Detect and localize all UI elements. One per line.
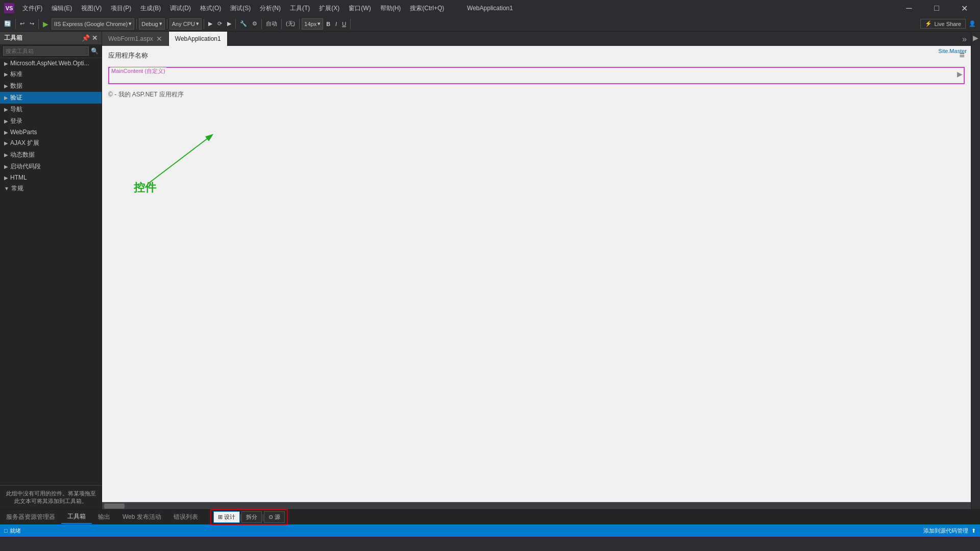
toolbar-refresh[interactable]: ⟳ xyxy=(215,19,224,28)
toolbox-pin-icon[interactable]: 📌 xyxy=(82,34,90,42)
split-view-button[interactable]: 拆分 xyxy=(241,511,262,523)
toolbox-item-label-7: AJAX 扩展 xyxy=(10,139,39,147)
source-control-icon[interactable]: ⬆ xyxy=(971,528,976,534)
status-left: □ 就绪 xyxy=(4,527,21,535)
toolbox-panel: 工具箱 📌 ✕ 🔍 ▶ Microsoft.AspNet.Web.Opti...… xyxy=(0,32,102,509)
tab-webform1-close[interactable]: ✕ xyxy=(156,35,162,43)
toolbox-item-label-2: 数据 xyxy=(10,82,22,90)
horizontal-scrollbar[interactable] xyxy=(102,502,971,509)
toolbar-bold[interactable]: B xyxy=(324,20,332,28)
site-master-link[interactable]: Site.Master xyxy=(938,48,967,54)
toolbar-person[interactable]: 👤 xyxy=(967,19,978,28)
vs-logo: VS xyxy=(4,3,14,13)
toolbox-item-3[interactable]: ▶ 验证 xyxy=(0,92,102,104)
tab-webform1[interactable]: WebForm1.aspx ✕ xyxy=(102,32,169,46)
bottom-tab-output[interactable]: 输出 xyxy=(92,511,116,523)
design-icon: ⊞ xyxy=(218,514,223,520)
tab-more-button[interactable]: » xyxy=(958,33,971,46)
bottom-tab-toolbox[interactable]: 工具箱 xyxy=(61,510,92,524)
right-panel: ▶ xyxy=(971,32,980,509)
toolbox-item-10[interactable]: ▶ HTML xyxy=(0,172,102,183)
design-canvas[interactable]: Site.Master 应用程序名称 ≡ MainContent (自定义) ▶… xyxy=(102,46,971,502)
toolbox-item-6[interactable]: ▶ WebParts xyxy=(0,127,102,137)
toolbar-italic[interactable]: I xyxy=(333,20,339,28)
right-panel-toggle[interactable]: ▶ xyxy=(973,32,978,44)
toolbar-play3[interactable]: ▶ xyxy=(225,19,233,28)
toolbox-title: 工具箱 xyxy=(4,34,22,42)
platform-arrow: ▾ xyxy=(196,20,199,27)
live-share-button[interactable]: ⚡ Live Share xyxy=(920,19,966,29)
toolbar-redo[interactable]: ↪ xyxy=(28,19,36,28)
design-label: 设计 xyxy=(224,513,235,521)
restore-button[interactable]: □ xyxy=(925,0,948,16)
ready-label: 就绪 xyxy=(10,527,21,535)
ready-icon: □ xyxy=(4,528,8,534)
font-size-dropdown[interactable]: 14px ▾ xyxy=(302,18,323,30)
toolbox-item-8[interactable]: ▶ 动态数据 xyxy=(0,149,102,161)
menu-debug[interactable]: 调试(D) xyxy=(166,2,195,15)
toolbox-item-1[interactable]: ▶ 标准 xyxy=(0,68,102,80)
bottom-tab-error-list[interactable]: 错误列表 xyxy=(167,511,204,523)
menu-analyze[interactable]: 分析(N) xyxy=(256,2,285,15)
menu-build[interactable]: 生成(B) xyxy=(136,2,165,15)
menu-view[interactable]: 视图(V) xyxy=(77,2,106,15)
toolbar-run[interactable]: ▶ xyxy=(41,19,51,29)
menu-project[interactable]: 项目(P) xyxy=(107,2,135,15)
toolbar-underline[interactable]: U xyxy=(340,20,348,28)
menu-help[interactable]: 帮助(H) xyxy=(376,2,405,15)
menu-test[interactable]: 测试(S) xyxy=(226,2,255,15)
toolbox-item-9[interactable]: ▶ 启动代码段 xyxy=(0,161,102,172)
toolbox-item-4[interactable]: ▶ 导航 xyxy=(0,104,102,115)
view-buttons-group: ⊞ 设计 | 拆分 | ⊙ 源 xyxy=(210,509,288,525)
search-icon[interactable]: 🔍 xyxy=(91,47,99,55)
toolbox-item-11[interactable]: ▼ 常规 xyxy=(0,183,102,194)
toolbox-item-label-1: 标准 xyxy=(10,70,22,79)
build-config-dropdown[interactable]: Debug ▾ xyxy=(139,18,164,30)
h-scrollbar-thumb[interactable] xyxy=(104,504,125,509)
toolbar-play2[interactable]: ▶ xyxy=(206,19,214,28)
toolbar-new[interactable]: 🔄 xyxy=(2,19,13,28)
toolbar-auto[interactable]: 自动 xyxy=(264,19,279,29)
content-expand-arrow[interactable]: ▶ xyxy=(957,70,963,78)
add-source-label[interactable]: 添加到源代码管理 xyxy=(923,527,968,535)
menu-tools[interactable]: 工具(T) xyxy=(286,2,314,15)
toolbar-misc[interactable]: 🔧 xyxy=(238,19,249,28)
tab-webapplication1[interactable]: WebApplication1 xyxy=(169,32,228,46)
live-share-label: Live Share xyxy=(934,21,961,27)
toolbox-list: ▶ Microsoft.AspNet.Web.Opti... ▶ 标准 ▶ 数据… xyxy=(0,58,102,485)
menu-extend[interactable]: 扩展(X) xyxy=(315,2,344,15)
bottom-tab-web-publish[interactable]: Web 发布活动 xyxy=(116,511,167,523)
expand-arrow-5: ▶ xyxy=(4,118,8,124)
toolbox-item-0[interactable]: ▶ Microsoft.AspNet.Web.Opti... xyxy=(0,58,102,68)
menu-window[interactable]: 窗口(W) xyxy=(345,2,375,15)
expand-arrow-6: ▶ xyxy=(4,130,8,135)
bottom-tab-server-explorer[interactable]: 服务器资源管理器 xyxy=(0,511,61,523)
run-config-dropdown[interactable]: IIS Express (Google Chrome) ▾ xyxy=(52,18,134,30)
content-area[interactable] xyxy=(109,68,964,83)
menu-file[interactable]: 文件(F) xyxy=(18,2,46,15)
status-bar: □ 就绪 添加到源代码管理 ⬆ xyxy=(0,524,980,537)
sep2 xyxy=(38,19,39,29)
sep5 xyxy=(204,19,204,29)
svg-text:控件: 控件 xyxy=(133,181,157,194)
platform-dropdown[interactable]: Any CPU ▾ xyxy=(169,18,202,30)
toolbox-item-7[interactable]: ▶ AJAX 扩展 xyxy=(0,137,102,149)
toolbar-none[interactable]: (无) xyxy=(284,19,297,29)
toolbar-undo[interactable]: ↩ xyxy=(18,19,27,28)
menu-edit[interactable]: 编辑(E) xyxy=(47,2,76,15)
toolbox-search-input[interactable] xyxy=(3,46,89,56)
expand-arrow-11: ▼ xyxy=(4,186,9,191)
minimize-button[interactable]: ─ xyxy=(897,0,921,16)
toolbox-item-label-8: 动态数据 xyxy=(10,151,35,159)
toolbar-misc2[interactable]: ⚙ xyxy=(250,19,259,28)
toolbox-close-icon[interactable]: ✕ xyxy=(92,34,97,42)
source-view-button[interactable]: ⊙ 源 xyxy=(264,511,285,523)
toolbox-item-5[interactable]: ▶ 登录 xyxy=(0,115,102,127)
menu-search[interactable]: 搜索(Ctrl+Q) xyxy=(406,2,448,15)
toolbox-item-label-0: Microsoft.AspNet.Web.Opti... xyxy=(10,60,89,67)
menu-format[interactable]: 格式(O) xyxy=(196,2,225,15)
design-view-button[interactable]: ⊞ 设计 xyxy=(213,511,240,523)
close-button[interactable]: ✕ xyxy=(952,0,976,16)
toolbox-item-2[interactable]: ▶ 数据 xyxy=(0,80,102,92)
live-share-icon: ⚡ xyxy=(925,20,932,27)
